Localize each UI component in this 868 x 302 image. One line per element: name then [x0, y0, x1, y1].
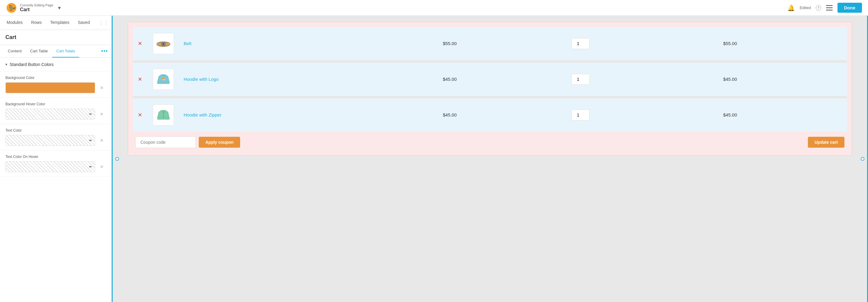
hoodie-logo-qty-cell — [566, 63, 718, 98]
right-handle-dot — [861, 157, 864, 161]
hoodie-zipper-name-link[interactable]: Hoodie with Zipper — [184, 112, 221, 117]
text-color-on-hover-clear-icon[interactable]: ✕ — [98, 163, 106, 171]
eyedropper-icon-3[interactable]: ✒ — [89, 164, 92, 169]
panel-tabs: Content Cart Table Cart Totals ••• — [0, 45, 112, 58]
hoodie-logo-qty-input[interactable] — [571, 74, 590, 85]
canvas-content: ✕ — [122, 16, 858, 302]
text-color-swatch[interactable]: ✒ — [5, 135, 95, 146]
standard-button-colors-section[interactable]: ▾ Standard Button Colors — [0, 58, 112, 72]
editing-label: Currently Editing Page — [20, 3, 53, 7]
svg-rect-2 — [826, 5, 833, 6]
svg-text:☕: ☕ — [162, 78, 165, 81]
section-chevron-icon: ▾ — [5, 62, 7, 66]
page-name: Cart — [20, 7, 53, 12]
background-color-clear-icon[interactable]: ✕ — [98, 84, 106, 92]
svg-rect-8 — [163, 43, 164, 45]
svg-text:🦫: 🦫 — [9, 4, 16, 11]
apply-coupon-button[interactable]: Apply coupon — [199, 137, 240, 148]
hoodie-zipper-line-total: $45.00 — [723, 112, 737, 117]
background-color-label: Background Color — [5, 76, 106, 80]
background-hover-color-clear-icon[interactable]: ✕ — [98, 110, 106, 118]
hoodie-zipper-price: $45.00 — [443, 112, 457, 117]
panel-tab-cart-totals[interactable]: Cart Totals — [52, 45, 80, 57]
background-hover-color-swatch[interactable]: ✒ — [5, 109, 95, 119]
belt-price: $55.00 — [443, 41, 457, 46]
hoodie-zipper-qty-cell — [566, 98, 718, 132]
sidebar-tab-rows[interactable]: Rows — [28, 16, 45, 30]
coupon-left: Apply coupon — [135, 136, 240, 148]
background-hover-color-label: Background Hover Color — [5, 102, 106, 106]
svg-rect-4 — [826, 10, 833, 10]
edited-label: Edited — [800, 5, 811, 10]
remove-belt-button[interactable]: ✕ — [138, 40, 142, 47]
belt-total-cell: $55.00 — [718, 27, 847, 63]
left-handle-dot — [115, 157, 119, 161]
hoodie-zipper-total-cell: $45.00 — [718, 98, 847, 132]
page-selector-chevron-icon[interactable]: ▾ — [58, 4, 61, 11]
help-icon[interactable]: ? — [816, 5, 821, 10]
background-hover-color-input-row: ✒ ✕ — [5, 109, 106, 119]
remove-hoodie-zipper-button[interactable]: ✕ — [138, 112, 142, 118]
belt-qty-input[interactable] — [571, 38, 590, 49]
sidebar-tab-saved[interactable]: Saved — [74, 16, 94, 30]
eyedropper-icon-1[interactable]: ✒ — [89, 112, 92, 116]
belt-name-cell: Belt — [179, 27, 438, 63]
sidebar-tabs: Modules Rows Templates Saved ⋮⋮ — [0, 16, 112, 30]
left-sidebar: Modules Rows Templates Saved ⋮⋮ Cart Con… — [0, 16, 112, 302]
table-row: ✕ ☕ — [133, 63, 847, 98]
belt-qty-cell — [566, 27, 718, 63]
panel-tab-content[interactable]: Content — [4, 45, 26, 57]
main-layout: Modules Rows Templates Saved ⋮⋮ Cart Con… — [0, 16, 868, 302]
belt-price-cell: $55.00 — [438, 27, 566, 63]
hoodie-logo-image: ☕ — [154, 70, 173, 88]
menu-icon[interactable] — [826, 5, 833, 10]
panel-tab-cart-table[interactable]: Cart Table — [26, 45, 52, 57]
coupon-code-input[interactable] — [135, 136, 196, 148]
background-color-field: Background Color ✕ — [0, 72, 112, 98]
eyedropper-icon-2[interactable]: ✒ — [89, 138, 92, 143]
right-content: ✕ — [112, 16, 868, 302]
sidebar-title: Cart — [0, 30, 112, 45]
section-label: Standard Button Colors — [10, 62, 54, 67]
text-color-label: Text Color — [5, 128, 106, 133]
sidebar-drag-handle-icon[interactable]: ⋮⋮ — [99, 20, 108, 26]
header-right: 🔔 Edited ? Done — [787, 3, 862, 13]
update-cart-button[interactable]: Update cart — [808, 137, 844, 148]
hoodie-logo-thumbnail: ☕ — [153, 69, 174, 90]
background-color-swatch[interactable] — [5, 82, 95, 93]
text-color-on-hover-input-row: ✒ ✕ — [5, 161, 106, 172]
text-color-on-hover-swatch[interactable]: ✒ — [5, 161, 95, 172]
hoodie-logo-total-cell: $45.00 — [718, 63, 847, 98]
beaver-logo-icon: 🦫 — [6, 2, 17, 13]
hoodie-logo-name-cell: Hoodie with Logo — [179, 63, 438, 98]
remove-hoodie-logo-button[interactable]: ✕ — [138, 76, 142, 83]
hoodie-logo-name-link[interactable]: Hoodie with Logo — [184, 77, 219, 82]
hoodie-logo-price-cell: $45.00 — [438, 63, 566, 98]
hoodie-zipper-price-cell: $45.00 — [438, 98, 566, 132]
background-hover-color-field: Background Hover Color ✒ ✕ — [0, 98, 112, 124]
belt-name-link[interactable]: Belt — [184, 41, 191, 46]
hoodie-logo-line-total: $45.00 — [723, 77, 737, 82]
table-row: ✕ — [133, 98, 847, 132]
sidebar-tab-modules[interactable]: Modules — [3, 16, 26, 30]
sidebar-tab-templates[interactable]: Templates — [46, 16, 73, 30]
table-row: ✕ — [133, 27, 847, 63]
top-header: 🦫 Currently Editing Page Cart ▾ 🔔 Edited… — [0, 0, 868, 16]
text-color-on-hover-field: Text Color On Hover ✒ ✕ — [0, 150, 112, 177]
done-button[interactable]: Done — [837, 3, 862, 13]
text-color-clear-icon[interactable]: ✕ — [98, 136, 106, 145]
text-color-on-hover-label: Text Color On Hover — [5, 155, 106, 159]
cart-table: ✕ — [133, 27, 847, 132]
notification-bell-icon[interactable]: 🔔 — [787, 4, 795, 11]
right-row-handle[interactable] — [858, 16, 867, 302]
background-color-input-row: ✕ — [5, 82, 106, 93]
panel-tab-more-icon[interactable]: ••• — [101, 48, 108, 54]
belt-line-total: $55.00 — [723, 41, 737, 46]
text-color-input-row: ✒ ✕ — [5, 135, 106, 146]
sidebar-content: ▾ Standard Button Colors Background Colo… — [0, 58, 112, 302]
coupon-row: Apply coupon Update cart — [133, 132, 847, 150]
left-row-handle[interactable] — [113, 16, 122, 302]
belt-image — [154, 34, 173, 53]
hoodie-zipper-name-cell: Hoodie with Zipper — [179, 98, 438, 132]
hoodie-zipper-qty-input[interactable] — [571, 110, 590, 120]
